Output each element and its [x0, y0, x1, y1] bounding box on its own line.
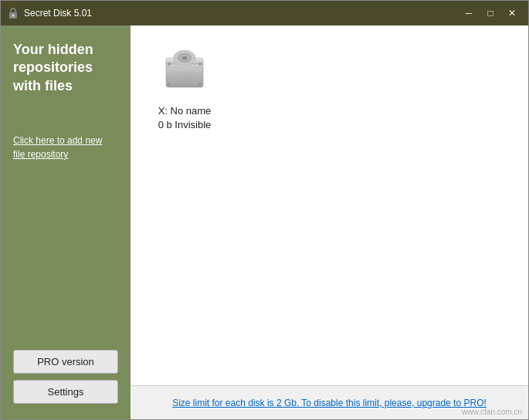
sidebar: Your hidden repositories with files Clic… — [1, 25, 131, 419]
svg-rect-10 — [194, 81, 203, 85]
svg-point-11 — [168, 63, 171, 66]
app-window: Secret Disk 5.01 ─ □ ✕ Your hidden repos… — [0, 0, 529, 420]
sidebar-bottom: PRO version Settings — [13, 350, 118, 404]
upgrade-link[interactable]: Size limit for each disk is 2 Gb. To dis… — [172, 398, 487, 408]
footer: Size limit for each disk is 2 Gb. To dis… — [131, 385, 528, 419]
title-bar: Secret Disk 5.01 ─ □ ✕ — [1, 1, 528, 25]
svg-point-12 — [198, 63, 202, 66]
main-panel: X: No name 0 b Invisible Size limit for … — [131, 25, 528, 419]
svg-point-13 — [168, 83, 171, 86]
main-content-area: Your hidden repositories with files Clic… — [1, 25, 528, 419]
settings-button[interactable]: Settings — [13, 380, 118, 404]
disk-icon — [158, 47, 211, 100]
svg-point-6 — [182, 56, 187, 59]
minimize-button[interactable]: ─ — [459, 5, 479, 21]
svg-point-14 — [198, 83, 202, 86]
pro-version-button[interactable]: PRO version — [13, 350, 118, 374]
window-title: Secret Disk 5.01 — [24, 8, 459, 19]
disk-name: X: No name 0 b Invisible — [158, 104, 212, 132]
sidebar-title: Your hidden repositories with files — [13, 41, 118, 95]
app-icon — [7, 7, 19, 19]
close-button[interactable]: ✕ — [502, 5, 522, 21]
maximize-button[interactable]: □ — [480, 5, 500, 21]
window-controls: ─ □ ✕ — [459, 5, 522, 21]
disk-list: X: No name 0 b Invisible — [131, 25, 528, 385]
add-repository-link[interactable]: Click here to add new file repository — [13, 134, 118, 161]
svg-point-1 — [12, 15, 15, 17]
disk-item[interactable]: X: No name 0 b Invisible — [146, 41, 223, 138]
